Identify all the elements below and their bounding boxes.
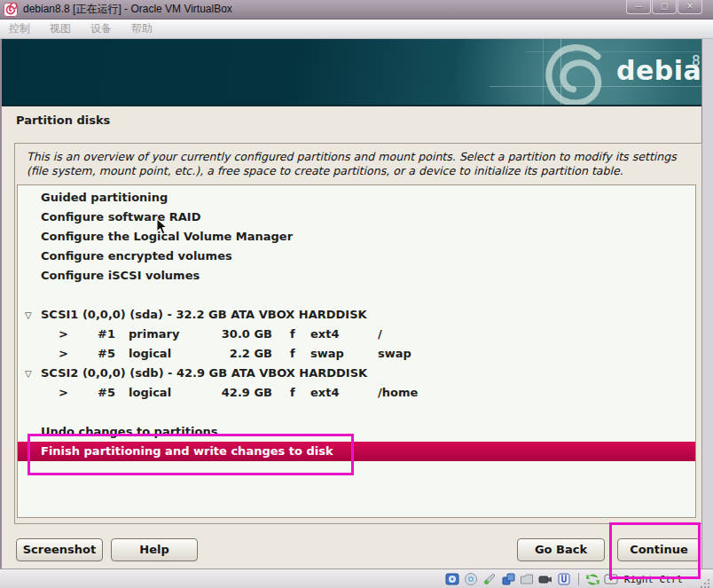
menu-item-2[interactable]: 设备 — [90, 21, 112, 36]
menu-item-3[interactable]: 帮助 — [131, 21, 153, 36]
display-icon[interactable] — [538, 572, 553, 587]
list-spacer — [18, 403, 695, 422]
expander-closed-icon: > — [59, 325, 76, 344]
go-back-button[interactable]: Go Back — [517, 538, 605, 561]
disk-label: SCSI2 (0,0,0) (sdb) - 42.9 GB ATA VBOX H… — [41, 366, 367, 380]
harddisk-icon[interactable] — [445, 572, 460, 587]
partition-filesystem: ext4 — [310, 383, 367, 403]
mouse-cursor — [156, 218, 168, 239]
partition-number: #5 — [76, 383, 115, 403]
list-item-action[interactable]: Configure software RAID — [18, 208, 695, 227]
maximize-button[interactable]: ▢ — [652, 0, 677, 14]
maximize-icon: ▢ — [661, 2, 669, 11]
list-item-partition[interactable]: >#1primary30.0 GBfext4/ — [18, 325, 695, 344]
partition-flag: f — [290, 344, 302, 364]
partition-flag: f — [290, 325, 302, 344]
partition-mountpoint: /home — [378, 383, 418, 403]
disk-label: SCSI1 (0,0,0) (sda) - 32.2 GB ATA VBOX H… — [41, 308, 367, 321]
page-title: Partition disks — [16, 114, 110, 127]
vm-display: debian 8 Partition disks This is an over… — [2, 39, 701, 568]
expander-open-icon[interactable]: ▽ — [25, 306, 41, 325]
statusbar-separator — [578, 573, 579, 585]
expander-open-icon[interactable]: ▽ — [25, 365, 41, 384]
window-titlebar: debian8.8 [正在运行] - Oracle VM VirtualBox — [0, 0, 713, 20]
window-frame-right — [701, 39, 713, 568]
expander-closed-icon: > — [59, 383, 76, 403]
partition-mountpoint: swap — [378, 344, 411, 364]
partition-type: logical — [129, 383, 198, 403]
partition-type: logical — [129, 344, 198, 364]
list-item-label: Configure iSCSI volumes — [41, 269, 200, 282]
list-item-label: Configure encrypted volumes — [41, 249, 232, 263]
partition-size: 42.9 GB — [198, 383, 272, 403]
debian-wordmark: debian — [616, 55, 701, 86]
list-item-action[interactable]: Guided partitioning — [18, 188, 695, 208]
audio-icon[interactable] — [482, 572, 498, 587]
usb-icon[interactable] — [557, 572, 572, 587]
partition-flag: f — [290, 383, 302, 403]
list-item-label: Guided partitioning — [41, 191, 168, 204]
virtualbox-vm-icon — [4, 3, 18, 17]
partition-filesystem: swap — [310, 344, 367, 364]
list-item-label: Configure software RAID — [41, 210, 200, 223]
partition-number: #1 — [76, 325, 115, 344]
screenshot-button[interactable]: Screenshot — [16, 538, 103, 561]
annotation-box-finish-row — [27, 434, 354, 475]
list-item-disk[interactable]: ▽SCSI2 (0,0,0) (sdb) - 42.9 GB ATA VBOX … — [18, 364, 695, 383]
debian-version: 8 — [692, 53, 701, 69]
close-icon: ✕ — [686, 2, 693, 11]
partition-number: #5 — [76, 344, 115, 364]
debian-installer-banner: debian 8 — [2, 39, 701, 106]
resize-grip[interactable] — [700, 576, 710, 586]
annotation-box-continue — [609, 522, 701, 579]
optical-icon[interactable] — [464, 572, 479, 587]
list-item-partition[interactable]: >#5logical42.9 GBfext4/home — [18, 383, 695, 403]
vm-statusbar: Right Ctrl — [0, 568, 713, 588]
partition-size: 2.2 GB — [198, 344, 272, 364]
close-button[interactable]: ✕ — [678, 0, 702, 14]
shared-folder-icon[interactable] — [520, 572, 535, 587]
vm-menubar: 控制视图设备帮助 — [0, 20, 713, 39]
menu-item-1[interactable]: 视图 — [50, 21, 71, 36]
mouse-integration-icon[interactable] — [585, 572, 600, 587]
list-item-action[interactable]: Configure encrypted volumes — [18, 247, 695, 266]
list-item-action[interactable]: Configure iSCSI volumes — [18, 266, 695, 286]
minimize-button[interactable]: — — [626, 0, 651, 14]
partition-type: primary — [129, 325, 198, 344]
minimize-icon: — — [635, 2, 643, 11]
partition-mountpoint: / — [378, 325, 382, 344]
network-icon[interactable] — [501, 572, 516, 587]
menu-item-0[interactable]: 控制 — [9, 21, 30, 36]
help-button[interactable]: Help — [111, 538, 198, 561]
expander-closed-icon: > — [59, 344, 76, 364]
partition-size: 30.0 GB — [198, 325, 272, 344]
page-description: This is an overview of your currently co… — [15, 144, 701, 178]
list-item-disk[interactable]: ▽SCSI1 (0,0,0) (sda) - 32.2 GB ATA VBOX … — [18, 305, 695, 325]
list-item-partition[interactable]: >#5logical2.2 GBfswapswap — [18, 344, 695, 364]
partition-filesystem: ext4 — [310, 325, 367, 344]
window-title: debian8.8 [正在运行] - Oracle VM VirtualBox — [23, 2, 232, 17]
list-spacer — [18, 286, 695, 305]
window-controls: —▢✕ — [625, 0, 702, 14]
list-item-action[interactable]: Configure the Logical Volume Manager — [18, 227, 695, 247]
